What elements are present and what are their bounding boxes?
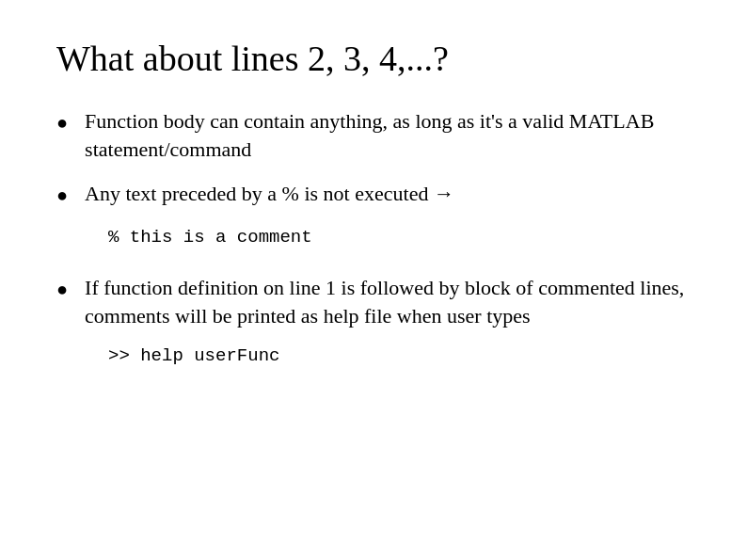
bullet-text-3: If function definition on line 1 is foll… [85, 274, 691, 329]
slide: What about lines 2, 3, 4,...? ● Function… [0, 0, 747, 560]
code-help: >> help userFunc [108, 345, 691, 366]
code-help-item: >> help userFunc [56, 340, 691, 366]
code-comment: % this is a comment [108, 227, 691, 248]
bullet-item-1: ● Function body can contain anything, as… [56, 107, 691, 163]
bullet-item-3: ● If function definition on line 1 is fo… [56, 274, 691, 329]
bullet-dot-1: ● [56, 110, 68, 136]
code-comment-item: % this is a comment [56, 225, 691, 261]
bullet-list: ● Function body can contain anything, as… [56, 107, 691, 366]
bullet-item-2: ● Any text preceded by a % is not execut… [56, 180, 691, 208]
bullet-text-2: Any text preceded by a % is not executed… [85, 180, 691, 208]
bullet-text-1: Function body can contain anything, as l… [85, 107, 691, 163]
bullet-dot-2: ● [56, 183, 68, 208]
bullet-dot-3: ● [56, 277, 68, 302]
slide-title: What about lines 2, 3, 4,...? [56, 38, 691, 79]
